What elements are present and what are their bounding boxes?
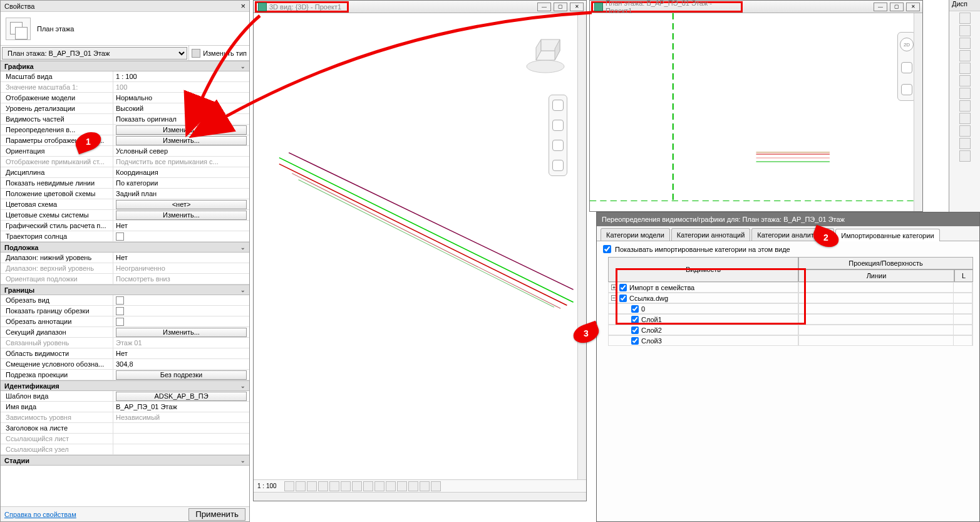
sb-icon[interactable]	[397, 481, 407, 491]
property-value[interactable]: Нет	[116, 254, 128, 261]
close-icon[interactable]: ×	[240, 1, 245, 11]
view-3d-canvas[interactable]	[254, 13, 586, 491]
properties-titlebar[interactable]: Свойства ×	[1, 1, 249, 12]
vg-tab[interactable]: Категории аналитичес	[751, 228, 834, 241]
tree-expand-icon[interactable]: −	[611, 295, 617, 301]
vg-row-checkbox[interactable]	[619, 284, 627, 291]
nav-home-icon[interactable]	[552, 100, 564, 111]
maximize-button[interactable]: ▢	[890, 3, 904, 11]
view-cube[interactable]	[524, 32, 567, 76]
property-category[interactable]: Графика⌄	[1, 61, 249, 71]
property-checkbox[interactable]	[116, 296, 124, 305]
vg-tree-row[interactable]: Слой3	[608, 335, 973, 346]
tool-icon[interactable]	[959, 113, 971, 124]
vg-tab[interactable]: Категории аннотаций	[671, 228, 750, 241]
steering-wheel[interactable]	[549, 95, 567, 176]
sb-icon[interactable]	[307, 481, 317, 491]
tool-icon[interactable]	[959, 150, 971, 162]
minimize-button[interactable]: —	[874, 3, 887, 11]
property-category[interactable]: Границы⌄	[1, 284, 249, 295]
property-value[interactable]: 1 : 100	[116, 73, 137, 80]
vg-tab[interactable]: Импортированные категории	[835, 229, 939, 241]
maximize-button[interactable]: ▢	[554, 3, 567, 11]
show-imported-checkbox[interactable]	[603, 245, 611, 253]
vg-tree-row[interactable]: 0	[608, 303, 973, 314]
tree-expand-icon[interactable]: +	[611, 284, 617, 290]
sb-icon[interactable]	[386, 481, 396, 491]
property-value[interactable]: 100	[116, 83, 127, 91]
apply-button[interactable]: Применить	[188, 508, 245, 521]
property-checkbox[interactable]	[116, 307, 124, 315]
property-category[interactable]: Подложка⌄	[1, 242, 249, 253]
property-category[interactable]: Стадии⌄	[1, 455, 249, 466]
property-checkbox[interactable]	[116, 318, 124, 326]
tool-icon[interactable]	[959, 88, 971, 99]
vg-tree-row[interactable]: −Ссылка.dwg	[608, 293, 973, 303]
property-category[interactable]: Идентификация⌄	[1, 380, 249, 391]
tool-icon[interactable]	[959, 38, 971, 49]
property-button[interactable]: Изменить...	[116, 136, 247, 145]
tool-icon[interactable]	[959, 75, 971, 86]
sb-icon[interactable]	[284, 481, 294, 491]
vg-tree-row[interactable]: Слой1	[608, 314, 973, 325]
scale-label[interactable]: 1 : 100	[257, 483, 277, 489]
vg-row-checkbox[interactable]	[631, 305, 639, 313]
property-value[interactable]: 304,8	[116, 360, 133, 368]
nav-orbit-icon[interactable]	[552, 120, 564, 131]
property-button[interactable]: Изменить...	[116, 328, 247, 337]
property-value[interactable]: Нормально	[116, 94, 152, 102]
help-link[interactable]: Справка по свойствам	[4, 511, 76, 518]
property-value[interactable]: Посмотреть вниз	[116, 275, 170, 283]
horizontal-scrollbar[interactable]	[254, 492, 586, 501]
nav-pan-icon[interactable]	[901, 62, 912, 73]
nav-zoom-icon[interactable]	[552, 160, 564, 171]
sb-icon[interactable]	[296, 481, 306, 491]
tool-icon[interactable]	[959, 138, 971, 149]
property-value[interactable]: Координация	[116, 169, 158, 176]
property-button[interactable]: Без подрезки	[116, 370, 247, 380]
property-value[interactable]: Подчистить все примыкания с...	[116, 158, 219, 165]
property-checkbox[interactable]	[116, 232, 124, 241]
tool-icon[interactable]	[959, 13, 971, 24]
nav-zoom-icon[interactable]	[901, 84, 912, 95]
property-button[interactable]: Изменить...	[116, 211, 247, 220]
sb-icon[interactable]	[420, 481, 430, 491]
property-button[interactable]: <нет>	[116, 200, 247, 209]
view-3d-titlebar[interactable]: 3D вид: {3D} - Проект1 — ▢ ✕	[254, 1, 586, 13]
vg-titlebar[interactable]: Переопределения видимости/графики для: П…	[597, 212, 979, 226]
tool-icon[interactable]	[959, 63, 971, 74]
property-value[interactable]: По категории	[116, 179, 158, 187]
close-window-button[interactable]: ✕	[906, 3, 920, 11]
property-value[interactable]: В_АР_ПЭ_01 Этаж	[116, 403, 177, 410]
tool-icon[interactable]	[959, 25, 971, 36]
view-plan-titlebar[interactable]: План этажа: В_АР_ПЭ_01 Этаж - Проект1 — …	[590, 1, 922, 13]
edit-type-button[interactable]: Изменить тип	[188, 46, 249, 60]
property-value[interactable]: Высокий	[116, 105, 143, 112]
sb-icon[interactable]	[363, 481, 373, 491]
sb-icon[interactable]	[374, 481, 384, 491]
vg-tree-row[interactable]: Слой2	[608, 325, 973, 335]
tool-icon[interactable]	[959, 100, 971, 112]
property-value[interactable]: Неограниченно	[116, 264, 165, 272]
property-value[interactable]: Задний план	[116, 190, 157, 197]
vg-row-checkbox[interactable]	[631, 337, 639, 345]
close-window-button[interactable]: ✕	[570, 3, 584, 11]
property-value[interactable]: Условный север	[116, 147, 168, 155]
properties-body[interactable]: Графика⌄Масштаб вида1 : 100Значение масш…	[1, 61, 249, 506]
sb-icon[interactable]	[341, 481, 351, 491]
vg-row-checkbox[interactable]	[619, 295, 627, 302]
nav-pan-icon[interactable]	[552, 140, 564, 151]
sb-icon[interactable]	[408, 481, 418, 491]
sb-icon[interactable]	[431, 481, 441, 491]
vg-row-checkbox[interactable]	[631, 326, 639, 334]
vg-row-checkbox[interactable]	[631, 316, 639, 323]
property-button[interactable]: ADSK_АР_В_ПЭ	[116, 392, 247, 401]
vg-tree-row[interactable]: +Импорт в семейства	[608, 282, 973, 293]
sb-icon[interactable]	[352, 481, 362, 491]
sb-icon[interactable]	[318, 481, 328, 491]
property-button[interactable]: Изменить...	[116, 125, 247, 135]
property-value[interactable]: Этаж 01	[116, 339, 142, 347]
property-value[interactable]: Показать оригинал	[116, 115, 177, 123]
minimize-button[interactable]: —	[537, 3, 551, 11]
property-value[interactable]: Независимый	[116, 414, 160, 421]
